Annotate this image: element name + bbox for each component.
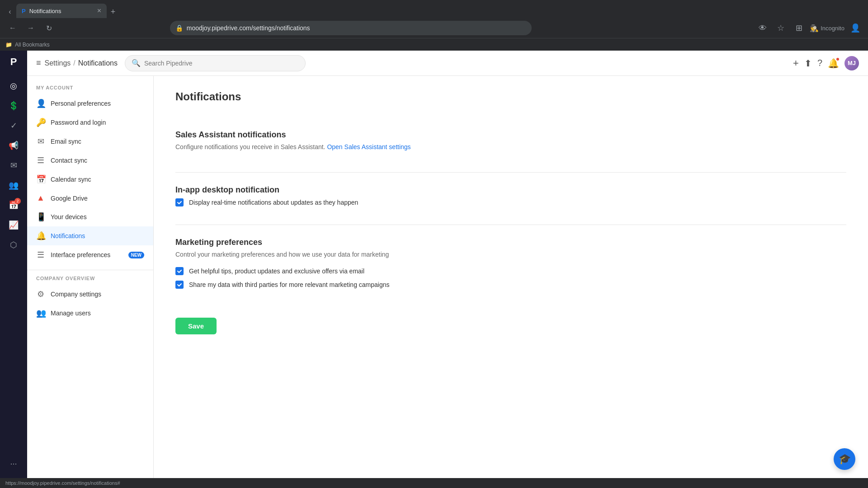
your-devices-icon: 📱 — [36, 212, 45, 222]
sidebar-item-company-settings[interactable]: ⚙ Company settings — [27, 285, 153, 304]
interface-preferences-icon: ☰ — [36, 250, 45, 260]
sidebar-label-google-drive: Google Drive — [51, 195, 144, 202]
new-badge: NEW — [128, 252, 144, 258]
rail-icon-contacts[interactable]: 👥 — [5, 176, 23, 194]
eye-slash-icon[interactable]: 👁 — [755, 21, 770, 35]
email-sync-icon: ✉ — [36, 136, 45, 146]
rail-icon-leads[interactable]: 📢 — [5, 136, 23, 155]
forward-button[interactable]: → — [24, 21, 38, 35]
user-avatar[interactable]: MJ — [844, 56, 859, 70]
realtime-notifications-row: Display real-time notifications about up… — [175, 198, 846, 206]
my-account-label: MY ACCOUNT — [27, 85, 153, 94]
rail-icon-deals[interactable]: 💲 — [5, 97, 23, 115]
open-sales-assistant-link[interactable]: Open Sales Assistant settings — [327, 143, 410, 150]
star-icon[interactable]: ☆ — [774, 21, 788, 35]
active-tab[interactable]: P Notifications × — [16, 4, 107, 18]
url-display: moodjoy.pipedrive.com/settings/notificat… — [187, 24, 526, 32]
rail-icon-home[interactable]: ◎ — [5, 77, 23, 95]
breadcrumb-current: Notifications — [78, 59, 118, 67]
sidebar-label-your-devices: Your devices — [51, 213, 144, 221]
reload-button[interactable]: ↻ — [42, 21, 56, 35]
address-bar[interactable]: 🔒 moodjoy.pipedrive.com/settings/notific… — [170, 21, 532, 35]
main-content: Notifications Sales Assistant notificati… — [154, 76, 868, 478]
breadcrumb-settings[interactable]: Settings — [45, 59, 71, 67]
sidebar-label-personal-preferences: Personal preferences — [51, 100, 144, 107]
profile-button[interactable]: 👤 — [848, 21, 863, 35]
sidebar-item-interface-preferences[interactable]: ☰ Interface preferences NEW — [27, 245, 153, 264]
search-bar[interactable]: 🔍 — [125, 55, 306, 71]
calendar-sync-icon: 📅 — [36, 174, 45, 184]
page-title: Notifications — [175, 90, 846, 103]
new-tab-button[interactable]: + — [107, 5, 119, 18]
sidebar-item-manage-users[interactable]: 👥 Manage users — [27, 304, 153, 323]
notification-dot — [835, 57, 840, 61]
sidebar-label-notifications: Notifications — [51, 232, 144, 239]
upload-icon[interactable]: ⬆ — [804, 58, 812, 69]
rail-icon-insights[interactable]: 📈 — [5, 216, 23, 234]
extensions-icon[interactable]: ⊞ — [792, 21, 806, 35]
marketing-preferences-section: Marketing preferences Control your marke… — [175, 225, 846, 307]
rail-icon-products[interactable]: ⬡ — [5, 236, 23, 254]
calendar-badge: 2 — [14, 198, 21, 204]
inapp-desktop-section: In-app desktop notification Display real… — [175, 173, 846, 225]
help-icon[interactable]: ? — [817, 58, 822, 68]
marketing-preferences-desc: Control your marketing preferences and h… — [175, 251, 846, 258]
sidebar-label-company-settings: Company settings — [51, 291, 144, 298]
company-overview-label: COMPANY OVERVIEW — [27, 276, 153, 285]
add-button[interactable]: + — [793, 57, 799, 69]
rail-icon-mail[interactable]: ✉ — [5, 156, 23, 174]
sidebar-item-email-sync[interactable]: ✉ Email sync — [27, 132, 153, 151]
sidebar-item-calendar-sync[interactable]: 📅 Calendar sync — [27, 170, 153, 189]
sidebar-item-personal-preferences[interactable]: 👤 Personal preferences — [27, 94, 153, 113]
sales-assistant-section: Sales Assistant notifications Configure … — [175, 117, 846, 173]
tab-left-button[interactable]: ‹ — [4, 5, 16, 18]
share-data-checkbox[interactable] — [175, 281, 184, 289]
realtime-notifications-checkbox[interactable] — [175, 198, 184, 206]
search-icon: 🔍 — [132, 59, 141, 67]
password-login-icon: 🔑 — [36, 117, 45, 127]
tab-favicon: P — [22, 8, 26, 14]
icon-rail: P ◎ 💲 ✓ 📢 ✉ 👥 📅 2 📈 ⬡ ··· — [0, 51, 27, 478]
sales-assistant-desc: Configure notifications you receive in S… — [175, 143, 846, 150]
sidebar-label-calendar-sync: Calendar sync — [51, 176, 144, 183]
tab-title: Notifications — [29, 8, 94, 14]
status-url: https://moodjoy.pipedrive.com/settings/n… — [5, 480, 120, 486]
sidebar-item-password-login[interactable]: 🔑 Password and login — [27, 113, 153, 132]
sidebar-label-interface-preferences: Interface preferences — [51, 251, 123, 258]
sidebar-item-notifications[interactable]: 🔔 Notifications — [27, 226, 153, 245]
breadcrumb: Settings / Notifications — [45, 59, 118, 67]
save-button[interactable]: Save — [175, 318, 217, 334]
back-button[interactable]: ← — [5, 21, 20, 35]
sidebar-item-google-drive[interactable]: ▲ Google Drive — [27, 189, 153, 207]
menu-toggle-button[interactable]: ≡ — [36, 58, 41, 68]
google-drive-icon: ▲ — [36, 193, 45, 203]
rail-icon-calendar[interactable]: 📅 2 — [5, 196, 23, 214]
personal-preferences-icon: 👤 — [36, 99, 45, 108]
helpful-tips-label: Get helpful tips, product updates and ex… — [189, 267, 364, 275]
settings-sidebar: MY ACCOUNT 👤 Personal preferences 🔑 Pass… — [27, 76, 154, 478]
rail-icon-activities[interactable]: ✓ — [5, 117, 23, 135]
rail-icon-more[interactable]: ··· — [5, 455, 23, 473]
help-fab-button[interactable]: 🎓 — [834, 448, 855, 470]
company-settings-icon: ⚙ — [36, 289, 45, 299]
search-input[interactable] — [144, 60, 299, 67]
sidebar-label-contact-sync: Contact sync — [51, 157, 144, 164]
tab-close-button[interactable]: × — [97, 7, 101, 15]
sales-assistant-title: Sales Assistant notifications — [175, 130, 846, 140]
inapp-desktop-title: In-app desktop notification — [175, 185, 846, 195]
status-bar: https://moodjoy.pipedrive.com/settings/n… — [0, 478, 868, 488]
realtime-notifications-label: Display real-time notifications about up… — [189, 199, 358, 206]
helpful-tips-row: Get helpful tips, product updates and ex… — [175, 267, 846, 275]
sidebar-item-your-devices[interactable]: 📱 Your devices — [27, 207, 153, 226]
share-data-row: Share my data with third parties for mor… — [175, 281, 846, 289]
incognito-badge[interactable]: 🕵 Incognito — [810, 24, 844, 33]
sidebar-item-contact-sync[interactable]: ☰ Contact sync — [27, 151, 153, 170]
notification-bell-icon[interactable]: 🔔 — [828, 58, 839, 69]
breadcrumb-separator: / — [73, 59, 75, 67]
contact-sync-icon: ☰ — [36, 155, 45, 165]
share-data-label: Share my data with third parties for mor… — [189, 281, 390, 288]
notifications-icon: 🔔 — [36, 231, 45, 241]
pipedrive-logo[interactable]: P — [10, 56, 17, 68]
helpful-tips-checkbox[interactable] — [175, 267, 184, 275]
bookmarks-link[interactable]: All Bookmarks — [15, 42, 50, 48]
